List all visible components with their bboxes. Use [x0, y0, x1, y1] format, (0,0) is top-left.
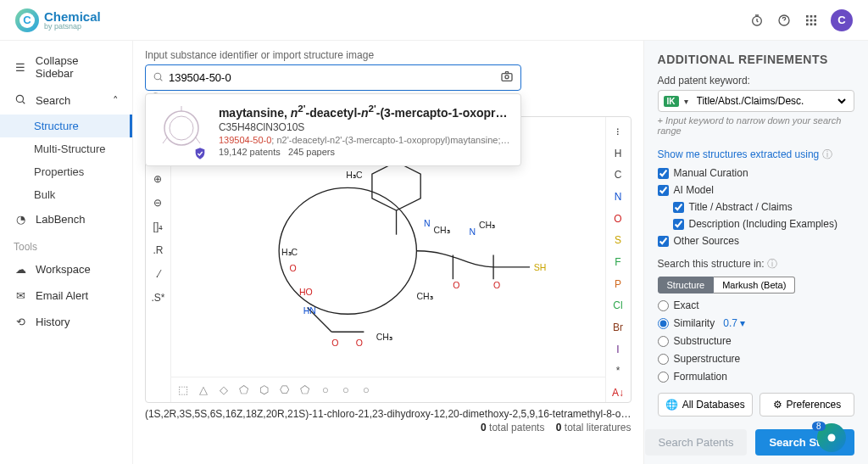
periodic-table-button[interactable]: ⫶: [609, 122, 627, 141]
similarity-threshold[interactable]: 0.7 ▾: [723, 317, 745, 329]
camera-icon[interactable]: [500, 70, 514, 86]
help-icon[interactable]: [776, 13, 792, 28]
suggest-patent-count: 19,142 patents: [219, 147, 281, 157]
svg-rect-4: [814, 15, 816, 18]
hexagon-template-icon[interactable]: ⬡: [258, 383, 271, 397]
stereo-tool[interactable]: .S*: [148, 288, 167, 307]
email-alert-label: Email Alert: [36, 289, 88, 302]
cloud-icon: ☁: [14, 263, 27, 276]
benzene-template-icon[interactable]: ⎔: [278, 383, 292, 397]
radio-superstructure[interactable]: Superstructure: [658, 353, 854, 365]
seg-structure[interactable]: Structure: [658, 277, 715, 293]
keyword-hint[interactable]: + Input keyword to narrow down your sear…: [658, 115, 854, 136]
globe-icon: 🌐: [665, 399, 678, 411]
diamond-template-icon[interactable]: ◇: [217, 383, 231, 397]
svg-rect-9: [810, 23, 813, 25]
suggest-stats: 19,142 patents 245 papers: [219, 147, 510, 157]
total-lits-n: 0: [556, 422, 562, 433]
svg-rect-3: [810, 15, 813, 18]
atom-n[interactable]: N: [609, 187, 627, 206]
chk-description[interactable]: Description (Including Examples): [673, 218, 854, 230]
all-databases-button[interactable]: 🌐All Databases: [658, 393, 753, 416]
atom-s[interactable]: S: [609, 231, 627, 249]
sidebar-item-email-alert[interactable]: ✉ Email Alert: [0, 282, 132, 309]
atom-h[interactable]: H: [609, 144, 627, 163]
collapse-sidebar-button[interactable]: ☰ Collapse Sidebar: [0, 48, 132, 87]
seg-markush[interactable]: Markush (Beta): [714, 277, 795, 293]
svg-point-11: [16, 95, 23, 102]
search-patents-button[interactable]: Search Patents: [645, 429, 748, 456]
keyword-row[interactable]: IK ▾ Title/Abst./Claims/Desc.: [658, 90, 854, 112]
pentagon-template-icon[interactable]: ⬠: [237, 383, 251, 397]
radio-similarity[interactable]: Similarity0.7 ▾: [658, 317, 854, 329]
collapse-label: Collapse Sidebar: [36, 54, 119, 80]
editor-bottom-toolbar: ⬚ △ ◇ ⬠ ⬡ ⎔ ⬠ ○ ○ ○: [171, 377, 605, 402]
avatar[interactable]: C: [831, 9, 853, 31]
sidebar-item-workspace[interactable]: ☁ Workspace: [0, 256, 132, 282]
sidebar-item-history[interactable]: ⟲ History: [0, 309, 132, 335]
select-tool[interactable]: []₄: [148, 217, 167, 236]
sidebar-item-labbench[interactable]: ◔ LabBench: [0, 206, 132, 232]
history-label: History: [36, 316, 70, 328]
chat-widget-icon[interactable]: 8: [817, 423, 846, 452]
svg-text:CH₃: CH₃: [416, 291, 432, 301]
sidebar-sub-multistructure[interactable]: Multi-Structure: [0, 137, 132, 160]
keyword-type-badge[interactable]: IK: [664, 96, 679, 107]
clock-icon[interactable]: [749, 13, 765, 28]
radio-formulation[interactable]: Formulation: [658, 371, 854, 383]
svg-text:CH₃: CH₃: [433, 225, 449, 235]
svg-rect-6: [810, 19, 813, 21]
ring3-template-icon[interactable]: ○: [359, 383, 373, 397]
keyword-scope-select[interactable]: Title/Abst./Claims/Desc.: [693, 94, 849, 108]
suggest-title: maytansine, n2'-deacetyl-n2'-(3-mercapto…: [219, 103, 510, 120]
zoom-in-button[interactable]: ⊕: [148, 170, 167, 188]
rgroup-tool[interactable]: .R: [148, 241, 167, 260]
search-input[interactable]: [169, 71, 495, 84]
app-logo[interactable]: Chemical by patsnap: [15, 8, 101, 32]
preferences-button[interactable]: ⚙Preferences: [760, 393, 854, 416]
chk-title-abstract-claims[interactable]: Title / Abstract / Claims: [673, 201, 854, 213]
search-box[interactable]: [145, 64, 521, 91]
collapse-icon: ☰: [14, 61, 27, 74]
apps-grid-icon[interactable]: [804, 13, 819, 28]
search-input-label: Input substance identifier or import str…: [145, 49, 632, 61]
logo-mark-icon: [15, 8, 39, 32]
atom-cl[interactable]: Cl: [609, 297, 627, 316]
pentagon2-template-icon[interactable]: ⬠: [298, 383, 312, 397]
atom-c[interactable]: C: [609, 165, 627, 184]
svg-point-12: [154, 73, 161, 80]
ring1-template-icon[interactable]: ○: [319, 383, 332, 397]
atom-o[interactable]: O: [609, 210, 627, 228]
atom-br[interactable]: Br: [609, 318, 627, 337]
chk-ai-model[interactable]: AI Model: [658, 184, 854, 196]
atom-more[interactable]: A↓: [609, 383, 627, 402]
sidebar-sub-structure[interactable]: Structure: [0, 115, 132, 137]
history-icon: ⟲: [14, 316, 27, 328]
atom-f[interactable]: F: [609, 253, 627, 271]
chk-manual-curation[interactable]: Manual Curation: [658, 167, 854, 179]
radio-substructure[interactable]: Substructure: [658, 335, 854, 347]
atom-p[interactable]: P: [609, 275, 627, 293]
autosuggest-item[interactable]: maytansine, n2'-deacetyl-n2'-(3-mercapto…: [145, 93, 521, 166]
info-icon[interactable]: ⓘ: [822, 148, 832, 160]
sidebar-sub-properties[interactable]: Properties: [0, 160, 132, 183]
triangle-template-icon[interactable]: △: [197, 383, 210, 397]
template-save-icon[interactable]: ⬚: [176, 383, 190, 397]
zoom-out-button[interactable]: ⊖: [148, 193, 167, 212]
chevron-down-icon[interactable]: ▾: [684, 97, 688, 106]
sidebar-item-search[interactable]: Search ˄: [0, 87, 132, 115]
sidebar-search-label: Search: [36, 94, 70, 107]
svg-text:O: O: [356, 338, 363, 348]
atom-i[interactable]: I: [609, 340, 627, 359]
svg-text:O: O: [453, 280, 459, 290]
bond-tool[interactable]: .⁄: [148, 265, 167, 283]
chk-other-sources[interactable]: Other Sources: [658, 235, 854, 247]
mail-icon: ✉: [14, 289, 27, 302]
ring2-template-icon[interactable]: ○: [339, 383, 353, 397]
info-icon[interactable]: ⓘ: [767, 258, 777, 270]
workspace-label: Workspace: [36, 263, 91, 276]
chat-badge-count: 8: [812, 422, 826, 431]
radio-exact[interactable]: Exact: [658, 299, 854, 311]
atom-any[interactable]: *: [609, 362, 627, 381]
sidebar-sub-bulk[interactable]: Bulk: [0, 183, 132, 206]
